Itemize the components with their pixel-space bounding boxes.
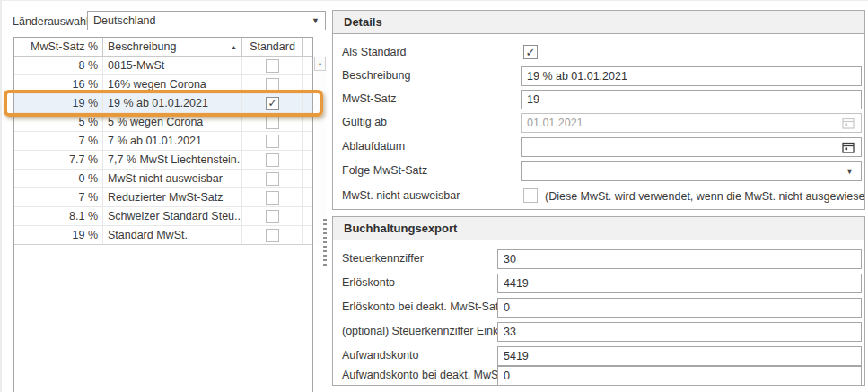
steuerkennziffer-input[interactable]: [497, 249, 862, 269]
chevron-down-icon: ▼: [846, 167, 854, 176]
mwst-satz-input[interactable]: [521, 90, 862, 109]
standard-checkbox[interactable]: [266, 191, 279, 205]
table-scrollbar[interactable]: ▲: [314, 57, 326, 245]
table-row[interactable]: 19 % Standard MwSt.: [14, 226, 312, 245]
country-select[interactable]: Deutschland ▼: [87, 11, 326, 30]
standard-checkbox[interactable]: [266, 210, 279, 223]
erloeskonto-deakt-input[interactable]: [497, 298, 862, 318]
form-row-aufwandskonto-deakt: Aufwandskonto bei deakt. MwSt-Satz: [333, 363, 864, 383]
sort-ascending-icon: ▲: [231, 44, 237, 50]
standard-checkbox-checked[interactable]: ✓: [266, 97, 279, 110]
panel-splitter-grip[interactable]: [323, 219, 327, 266]
scroll-up-icon: ▲: [318, 61, 323, 66]
details-group: Details Als Standard ✓ Beschreibung MwSt…: [332, 10, 865, 210]
form-row-steuerkennziffer: Steuerkennziffer: [333, 249, 864, 269]
form-row-mwst-nicht-ausweisbar: MwSt. nicht ausweisbar (Diese MwSt. wird…: [333, 187, 864, 206]
table-row[interactable]: 8.1 % Schweizer Standard Steu...: [14, 207, 312, 226]
table-row[interactable]: 0 % MwSt nicht ausweisbar: [14, 170, 312, 188]
erloeskonto-input[interactable]: [497, 274, 862, 293]
standard-checkbox[interactable]: [266, 116, 279, 129]
check-icon: ✓: [526, 46, 536, 59]
als-standard-checkbox[interactable]: ✓: [523, 45, 538, 59]
form-row-steuerkennziffer-einkauf: (optional) Steuerkennziffer Einkauf: [333, 322, 864, 342]
buchhaltungsexport-group-title: Buchhaltungsexport: [333, 217, 864, 240]
table-row[interactable]: 5 % 5 % wegen Corona: [14, 113, 312, 132]
calendar-icon: [842, 117, 855, 132]
ablaufdatum-input[interactable]: [521, 137, 862, 157]
form-row-beschreibung: Beschreibung: [333, 66, 864, 86]
beschreibung-input[interactable]: [521, 66, 862, 86]
calendar-icon[interactable]: [842, 141, 855, 156]
mwst-nicht-ausweisbar-checkbox[interactable]: [523, 188, 538, 203]
country-select-label: Länderauswahl: [13, 15, 89, 28]
standard-checkbox[interactable]: [266, 229, 279, 242]
table-row[interactable]: 16 % 16% wegen Corona: [14, 75, 312, 94]
column-header-standard[interactable]: Standard: [242, 38, 303, 56]
standard-checkbox[interactable]: [266, 59, 279, 73]
table-row-selected[interactable]: 19 % 19 % ab 01.01.2021 ✓: [14, 94, 312, 113]
table-row[interactable]: 7 % 7 % ab 01.01.2021: [14, 132, 312, 151]
form-row-mwst-satz: MwSt-Satz: [333, 90, 864, 109]
form-row-erloeskonto: Erlöskonto: [333, 274, 864, 293]
chevron-down-icon: ▼: [311, 16, 320, 25]
vat-settings-window: Länderauswahl Deutschland ▼ MwSt-Satz % …: [0, 0, 868, 392]
buchhaltungsexport-group: Buchhaltungsexport Steuerkennziffer Erlö…: [332, 216, 865, 386]
standard-checkbox[interactable]: [266, 172, 279, 186]
tax-rate-table: MwSt-Satz % Beschreibung ▲ Standard 8 % …: [13, 37, 313, 392]
table-row[interactable]: 7 % Reduzierter MwSt-Satz: [14, 188, 312, 207]
details-group-title: Details: [333, 11, 864, 34]
check-icon: ✓: [267, 97, 276, 109]
column-header-description[interactable]: Beschreibung ▲: [103, 38, 242, 56]
form-row-als-standard: Als Standard ✓: [333, 43, 864, 63]
column-header-empty: [303, 38, 312, 56]
gueltig-ab-input: [521, 113, 862, 133]
form-row-ablaufdatum: Ablaufdatum: [333, 137, 864, 157]
form-row-erloeskonto-deakt: Erlöskonto bei deakt. MwSt-Satz: [333, 298, 864, 318]
form-row-folge-mwst-satz: Folge MwSt-Satz ▼: [333, 161, 864, 181]
country-select-value: Deutschland: [93, 14, 156, 27]
steuerkennziffer-einkauf-input[interactable]: [497, 322, 862, 342]
column-header-rate[interactable]: MwSt-Satz %: [14, 38, 103, 56]
table-row[interactable]: 7.7 % 7,7 % MwSt Liechtenstein...: [14, 151, 312, 170]
folge-mwst-satz-select[interactable]: [521, 161, 862, 181]
standard-checkbox[interactable]: [266, 78, 279, 91]
standard-checkbox[interactable]: [266, 153, 279, 167]
aufwandskonto-deakt-input[interactable]: [497, 366, 862, 386]
table-header: MwSt-Satz % Beschreibung ▲ Standard: [14, 38, 312, 57]
table-row[interactable]: 8 % 0815-MwSt: [14, 57, 312, 75]
scroll-up-button[interactable]: ▲: [314, 57, 326, 71]
form-row-gueltig-ab: Gültig ab: [333, 113, 864, 133]
mwst-nicht-ausweisbar-hint: (Diese MwSt. wird verwendet, wenn die Mw…: [545, 190, 865, 203]
standard-checkbox[interactable]: [266, 135, 279, 148]
